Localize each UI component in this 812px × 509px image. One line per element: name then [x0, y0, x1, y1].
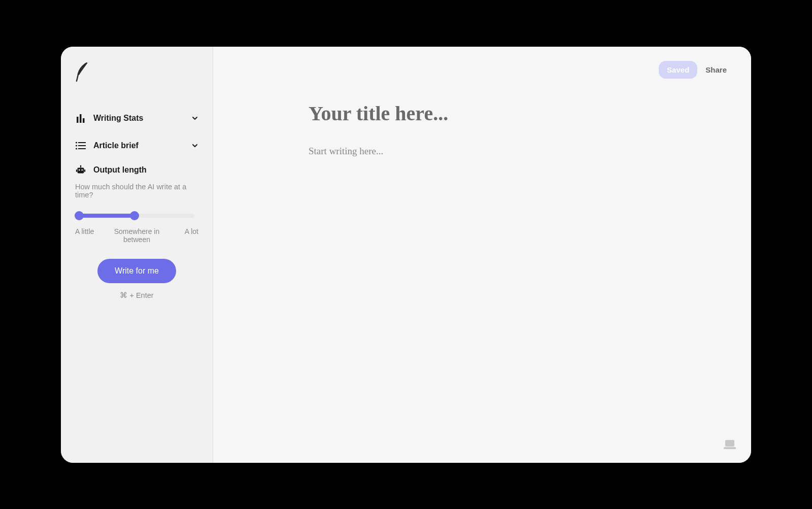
- body-input[interactable]: [309, 146, 664, 157]
- svg-rect-2: [83, 118, 85, 123]
- keyboard-shortcut-hint: ⌘ + Enter: [120, 291, 153, 299]
- app-logo: [75, 62, 198, 84]
- sidebar-section-writing-stats[interactable]: Writing Stats: [75, 105, 198, 132]
- app-window: Writing Stats: [61, 47, 751, 463]
- editor-area: Saved Share: [213, 47, 751, 463]
- output-length-description: How much should the AI write at a time?: [75, 183, 198, 199]
- share-button[interactable]: Share: [705, 65, 727, 74]
- svg-rect-6: [78, 145, 86, 146]
- svg-point-13: [81, 169, 83, 171]
- slider-thumb[interactable]: [130, 211, 139, 220]
- svg-rect-1: [80, 114, 82, 123]
- svg-point-5: [76, 145, 77, 146]
- feather-icon: [75, 62, 89, 82]
- svg-rect-9: [78, 167, 84, 173]
- title-input[interactable]: [309, 101, 664, 125]
- svg-rect-4: [78, 142, 86, 143]
- robot-icon: [75, 164, 86, 176]
- svg-rect-0: [77, 117, 79, 123]
- output-length-slider[interactable]: [75, 213, 198, 218]
- list-icon: [75, 140, 86, 151]
- output-length-title: Output length: [93, 165, 147, 175]
- slider-label-max: A lot: [162, 227, 198, 244]
- write-for-me-button[interactable]: Write for me: [97, 259, 176, 283]
- svg-rect-8: [78, 148, 86, 149]
- slider-thumb[interactable]: [75, 211, 84, 220]
- bar-chart-icon: [75, 113, 86, 124]
- svg-point-15: [80, 165, 82, 166]
- svg-rect-16: [725, 440, 734, 447]
- svg-point-3: [76, 142, 77, 143]
- svg-point-12: [79, 169, 80, 171]
- sidebar-section-article-brief[interactable]: Article brief: [75, 132, 198, 159]
- svg-point-7: [76, 148, 77, 149]
- svg-rect-10: [76, 169, 77, 172]
- chevron-down-icon: [191, 142, 198, 149]
- saved-badge: Saved: [659, 61, 697, 79]
- sidebar: Writing Stats: [61, 47, 213, 463]
- laptop-icon: [723, 438, 737, 451]
- svg-rect-17: [724, 447, 736, 449]
- slider-label-min: A little: [75, 227, 111, 244]
- output-length-section: Output length How much should the AI wri…: [75, 164, 198, 299]
- header-actions: Saved Share: [659, 61, 727, 79]
- article-brief-label: Article brief: [93, 141, 139, 150]
- chevron-down-icon: [191, 115, 198, 122]
- slider-label-mid: Somewhere in between: [111, 227, 162, 244]
- svg-rect-11: [84, 169, 85, 172]
- writing-stats-label: Writing Stats: [93, 114, 143, 123]
